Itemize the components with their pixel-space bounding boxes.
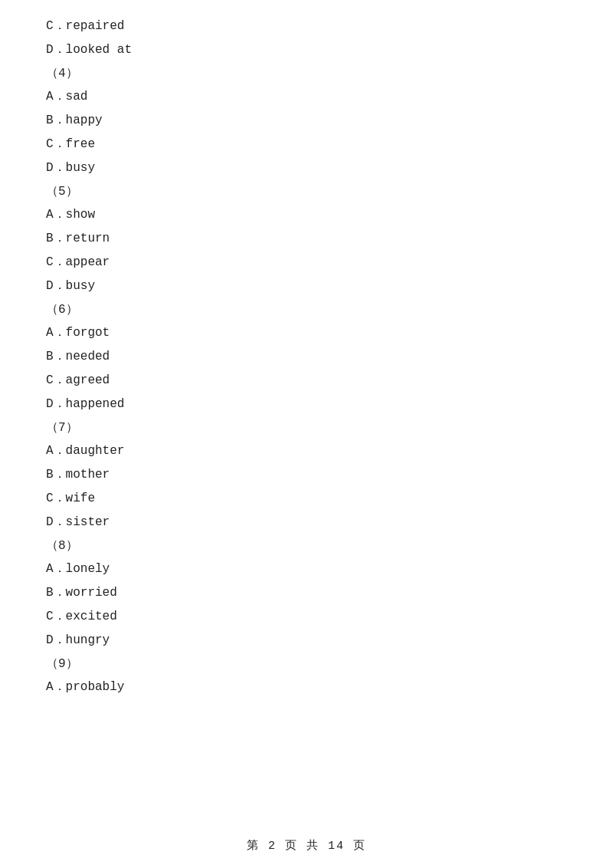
- answer-line-21: D．sister: [46, 511, 567, 534]
- answer-line-7: （5）: [46, 181, 567, 203]
- answer-line-28: A．probably: [46, 676, 567, 699]
- answer-line-16: D．happened: [46, 393, 567, 416]
- answer-line-20: C．wife: [46, 488, 567, 510]
- answer-line-3: A．sad: [46, 86, 567, 108]
- answer-line-18: A．daughter: [46, 440, 567, 462]
- answer-line-6: D．busy: [46, 157, 567, 179]
- answer-line-12: （6）: [46, 299, 567, 321]
- answer-line-23: A．lonely: [46, 558, 567, 580]
- answer-line-10: C．appear: [46, 252, 567, 274]
- main-content: C．repairedD．looked at（4）A．sadB．happyC．fr…: [0, 0, 613, 746]
- answer-line-27: （9）: [46, 653, 567, 676]
- answer-line-4: B．happy: [46, 110, 567, 132]
- answer-line-1: D．looked at: [46, 39, 567, 61]
- page-footer: 第 2 页 共 14 页: [0, 838, 613, 853]
- answer-line-19: B．mother: [46, 464, 567, 486]
- answer-line-11: D．busy: [46, 275, 567, 298]
- answer-line-17: （7）: [46, 417, 567, 439]
- answer-line-13: A．forgot: [46, 322, 567, 344]
- answer-line-26: D．hungry: [46, 630, 567, 652]
- answer-line-9: B．return: [46, 228, 567, 250]
- answer-line-22: （8）: [46, 535, 567, 557]
- answer-line-14: B．needed: [46, 346, 567, 368]
- answer-line-24: B．worried: [46, 582, 567, 604]
- answer-line-0: C．repaired: [46, 15, 567, 38]
- answer-line-5: C．free: [46, 133, 567, 156]
- answer-line-25: C．excited: [46, 606, 567, 628]
- answer-line-8: A．show: [46, 204, 567, 226]
- answer-line-15: C．agreed: [46, 370, 567, 392]
- answer-line-2: （4）: [46, 63, 567, 85]
